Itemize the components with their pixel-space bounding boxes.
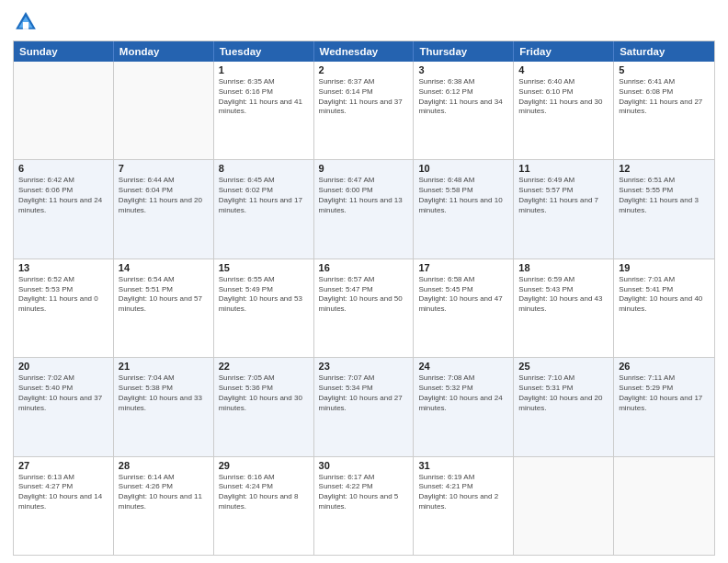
calendar-cell-1-6: 4Sunrise: 6:40 AM Sunset: 6:10 PM Daylig… [514, 62, 614, 159]
day-info: Sunrise: 6:44 AM Sunset: 6:04 PM Dayligh… [119, 176, 209, 215]
calendar-cell-2-5: 10Sunrise: 6:48 AM Sunset: 5:58 PM Dayli… [414, 160, 514, 258]
calendar-cell-3-6: 18Sunrise: 6:59 AM Sunset: 5:43 PM Dayli… [514, 259, 614, 357]
day-info: Sunrise: 6:13 AM Sunset: 4:27 PM Dayligh… [18, 473, 108, 512]
day-info: Sunrise: 7:10 AM Sunset: 5:31 PM Dayligh… [518, 373, 609, 413]
logo [13, 9, 42, 35]
header-day-sunday: Sunday [14, 41, 114, 62]
day-info: Sunrise: 6:47 AM Sunset: 6:00 PM Dayligh… [319, 176, 409, 215]
day-number: 21 [119, 361, 209, 372]
day-info: Sunrise: 6:57 AM Sunset: 5:47 PM Dayligh… [319, 275, 409, 315]
day-info: Sunrise: 6:17 AM Sunset: 4:22 PM Dayligh… [319, 473, 409, 512]
calendar-cell-4-6: 25Sunrise: 7:10 AM Sunset: 5:31 PM Dayli… [514, 358, 614, 455]
day-number: 24 [418, 361, 508, 372]
page: SundayMondayTuesdayWednesdayThursdayFrid… [0, 0, 728, 563]
calendar-cell-4-4: 23Sunrise: 7:07 AM Sunset: 5:34 PM Dayli… [314, 358, 415, 455]
day-number: 29 [219, 460, 309, 471]
calendar-cell-3-4: 16Sunrise: 6:57 AM Sunset: 5:47 PM Dayli… [314, 259, 415, 357]
day-number: 8 [219, 163, 309, 174]
day-number: 6 [18, 163, 108, 174]
header-day-monday: Monday [114, 41, 214, 62]
day-number: 17 [418, 262, 508, 273]
logo-icon [13, 9, 39, 35]
day-number: 18 [518, 262, 609, 273]
header-day-tuesday: Tuesday [214, 41, 314, 62]
calendar: SundayMondayTuesdayWednesdayThursdayFrid… [13, 40, 715, 556]
day-info: Sunrise: 6:45 AM Sunset: 6:02 PM Dayligh… [219, 176, 309, 215]
header [13, 9, 715, 35]
day-info: Sunrise: 6:49 AM Sunset: 5:57 PM Dayligh… [518, 176, 609, 215]
day-number: 9 [319, 163, 409, 174]
svg-rect-2 [23, 22, 28, 29]
calendar-cell-4-7: 26Sunrise: 7:11 AM Sunset: 5:29 PM Dayli… [614, 358, 714, 455]
calendar-cell-3-5: 17Sunrise: 6:58 AM Sunset: 5:45 PM Dayli… [414, 259, 514, 357]
day-number: 16 [319, 262, 409, 273]
header-day-thursday: Thursday [414, 41, 514, 62]
day-number: 28 [119, 460, 209, 471]
day-info: Sunrise: 6:37 AM Sunset: 6:14 PM Dayligh… [319, 77, 409, 117]
calendar-week-4: 20Sunrise: 7:02 AM Sunset: 5:40 PM Dayli… [14, 358, 714, 456]
day-info: Sunrise: 6:48 AM Sunset: 5:58 PM Dayligh… [418, 176, 508, 215]
day-info: Sunrise: 6:38 AM Sunset: 6:12 PM Dayligh… [418, 77, 508, 117]
calendar-cell-5-1: 27Sunrise: 6:13 AM Sunset: 4:27 PM Dayli… [14, 457, 114, 555]
calendar-cell-1-4: 2Sunrise: 6:37 AM Sunset: 6:14 PM Daylig… [314, 62, 415, 159]
calendar-cell-2-6: 11Sunrise: 6:49 AM Sunset: 5:57 PM Dayli… [514, 160, 614, 258]
day-info: Sunrise: 7:08 AM Sunset: 5:32 PM Dayligh… [418, 373, 508, 413]
day-number: 25 [518, 361, 609, 372]
day-info: Sunrise: 6:51 AM Sunset: 5:55 PM Dayligh… [619, 176, 710, 215]
day-info: Sunrise: 7:05 AM Sunset: 5:36 PM Dayligh… [219, 373, 309, 413]
day-number: 14 [119, 262, 209, 273]
day-number: 1 [219, 64, 309, 75]
day-info: Sunrise: 6:35 AM Sunset: 6:16 PM Dayligh… [219, 77, 309, 117]
day-number: 31 [418, 460, 508, 471]
calendar-cell-1-7: 5Sunrise: 6:41 AM Sunset: 6:08 PM Daylig… [614, 62, 714, 159]
day-info: Sunrise: 7:04 AM Sunset: 5:38 PM Dayligh… [119, 373, 209, 413]
calendar-cell-5-6 [514, 457, 614, 555]
calendar-cell-2-4: 9Sunrise: 6:47 AM Sunset: 6:00 PM Daylig… [314, 160, 415, 258]
day-number: 7 [119, 163, 209, 174]
calendar-cell-3-3: 15Sunrise: 6:55 AM Sunset: 5:49 PM Dayli… [214, 259, 314, 357]
day-info: Sunrise: 6:55 AM Sunset: 5:49 PM Dayligh… [219, 275, 309, 315]
calendar-cell-3-1: 13Sunrise: 6:52 AM Sunset: 5:53 PM Dayli… [14, 259, 114, 357]
calendar-cell-3-7: 19Sunrise: 7:01 AM Sunset: 5:41 PM Dayli… [614, 259, 714, 357]
calendar-cell-4-5: 24Sunrise: 7:08 AM Sunset: 5:32 PM Dayli… [414, 358, 514, 455]
day-info: Sunrise: 6:40 AM Sunset: 6:10 PM Dayligh… [518, 77, 609, 117]
day-number: 26 [619, 361, 710, 372]
calendar-cell-1-1 [14, 62, 114, 159]
day-number: 30 [319, 460, 409, 471]
day-number: 15 [219, 262, 309, 273]
day-number: 27 [18, 460, 108, 471]
day-number: 13 [18, 262, 108, 273]
day-number: 22 [219, 361, 309, 372]
day-info: Sunrise: 6:52 AM Sunset: 5:53 PM Dayligh… [18, 275, 108, 315]
calendar-week-3: 13Sunrise: 6:52 AM Sunset: 5:53 PM Dayli… [14, 259, 714, 358]
day-info: Sunrise: 6:54 AM Sunset: 5:51 PM Dayligh… [119, 275, 209, 315]
calendar-cell-2-1: 6Sunrise: 6:42 AM Sunset: 6:06 PM Daylig… [14, 160, 114, 258]
calendar-cell-5-2: 28Sunrise: 6:14 AM Sunset: 4:26 PM Dayli… [114, 457, 214, 555]
calendar-cell-1-2 [114, 62, 214, 159]
day-number: 12 [619, 163, 710, 174]
day-info: Sunrise: 6:16 AM Sunset: 4:24 PM Dayligh… [219, 473, 309, 512]
day-info: Sunrise: 6:41 AM Sunset: 6:08 PM Dayligh… [619, 77, 710, 117]
day-number: 10 [418, 163, 508, 174]
calendar-body: 1Sunrise: 6:35 AM Sunset: 6:16 PM Daylig… [14, 62, 714, 555]
day-number: 20 [18, 361, 108, 372]
calendar-cell-5-7 [614, 457, 714, 555]
day-info: Sunrise: 6:19 AM Sunset: 4:21 PM Dayligh… [418, 473, 508, 512]
header-day-friday: Friday [514, 41, 614, 62]
calendar-cell-2-3: 8Sunrise: 6:45 AM Sunset: 6:02 PM Daylig… [214, 160, 314, 258]
day-info: Sunrise: 7:02 AM Sunset: 5:40 PM Dayligh… [18, 373, 108, 413]
day-info: Sunrise: 7:11 AM Sunset: 5:29 PM Dayligh… [619, 373, 710, 413]
header-day-saturday: Saturday [614, 41, 714, 62]
calendar-cell-5-4: 30Sunrise: 6:17 AM Sunset: 4:22 PM Dayli… [314, 457, 415, 555]
day-info: Sunrise: 6:14 AM Sunset: 4:26 PM Dayligh… [119, 473, 209, 512]
calendar-week-1: 1Sunrise: 6:35 AM Sunset: 6:16 PM Daylig… [14, 62, 714, 160]
calendar-cell-2-7: 12Sunrise: 6:51 AM Sunset: 5:55 PM Dayli… [614, 160, 714, 258]
day-number: 3 [418, 64, 508, 75]
calendar-cell-3-2: 14Sunrise: 6:54 AM Sunset: 5:51 PM Dayli… [114, 259, 214, 357]
calendar-cell-1-3: 1Sunrise: 6:35 AM Sunset: 6:16 PM Daylig… [214, 62, 314, 159]
day-info: Sunrise: 6:42 AM Sunset: 6:06 PM Dayligh… [18, 176, 108, 215]
day-info: Sunrise: 6:59 AM Sunset: 5:43 PM Dayligh… [518, 275, 609, 315]
day-number: 11 [518, 163, 609, 174]
day-number: 19 [619, 262, 710, 273]
day-info: Sunrise: 7:01 AM Sunset: 5:41 PM Dayligh… [619, 275, 710, 315]
